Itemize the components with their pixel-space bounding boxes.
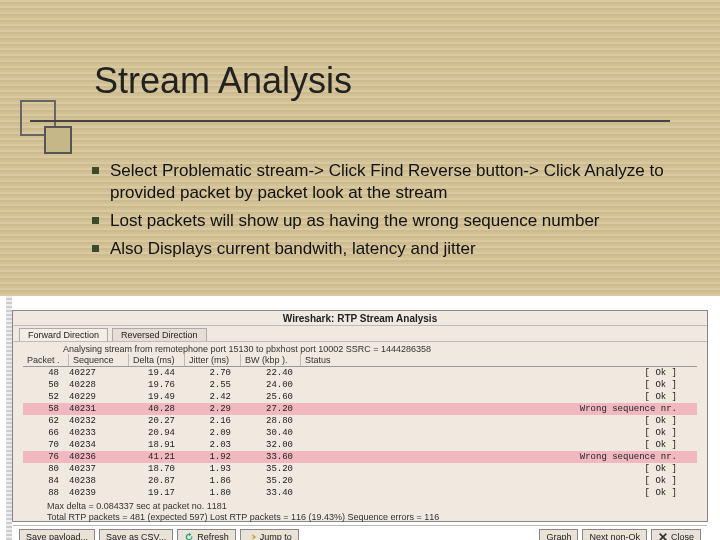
cell-bw: 24.00 bbox=[241, 379, 301, 391]
btn-label: Jump to bbox=[260, 532, 292, 541]
bullet-item: Select Problematic stream-> Click Find R… bbox=[110, 160, 670, 204]
cell-delta: 18.70 bbox=[129, 463, 185, 475]
cell-delta: 20.87 bbox=[129, 475, 185, 487]
table-row[interactable]: 524022919.492.4225.60[ Ok ] bbox=[23, 391, 697, 403]
cell-sequence: 40237 bbox=[69, 463, 129, 475]
table-row[interactable]: 884023919.171.8033.40[ Ok ] bbox=[23, 487, 697, 499]
table-header: Packet . Sequence Delta (ms) Jitter (ms)… bbox=[23, 354, 697, 367]
table-row[interactable]: 664023320.942.0930.40[ Ok ] bbox=[23, 427, 697, 439]
wireshark-window: Wireshark: RTP Stream Analysis Forward D… bbox=[12, 310, 708, 522]
cell-jitter: 1.86 bbox=[185, 475, 241, 487]
table-row[interactable]: 504022819.762.5524.00[ Ok ] bbox=[23, 379, 697, 391]
cell-delta: 19.17 bbox=[129, 487, 185, 499]
cell-delta: 19.76 bbox=[129, 379, 185, 391]
cell-delta: 19.49 bbox=[129, 391, 185, 403]
cell-jitter: 2.03 bbox=[185, 439, 241, 451]
cell-packet: 62 bbox=[23, 415, 69, 427]
cell-jitter: 2.70 bbox=[185, 367, 241, 379]
cell-packet: 52 bbox=[23, 391, 69, 403]
cell-delta: 20.27 bbox=[129, 415, 185, 427]
cell-status: Wrong sequence nr. bbox=[301, 451, 697, 463]
btn-label: Graph bbox=[546, 532, 571, 541]
cell-sequence: 40229 bbox=[69, 391, 129, 403]
cell-delta: 19.44 bbox=[129, 367, 185, 379]
cell-packet: 70 bbox=[23, 439, 69, 451]
cell-packet: 48 bbox=[23, 367, 69, 379]
save-payload-button[interactable]: Save payload... bbox=[19, 529, 95, 541]
cell-status: [ Ok ] bbox=[301, 367, 697, 379]
page-title: Stream Analysis bbox=[94, 60, 352, 102]
cell-bw: 22.40 bbox=[241, 367, 301, 379]
tab-forward-direction[interactable]: Forward Direction bbox=[19, 328, 108, 341]
cell-bw: 32.00 bbox=[241, 439, 301, 451]
table-body: 484022719.442.7022.40[ Ok ]504022819.762… bbox=[23, 367, 697, 499]
cell-delta: 40.28 bbox=[129, 403, 185, 415]
cell-packet: 84 bbox=[23, 475, 69, 487]
refresh-icon bbox=[184, 532, 194, 541]
bullet-item: Lost packets will show up as having the … bbox=[110, 210, 670, 232]
table-row[interactable]: 704023418.912.0332.00[ Ok ] bbox=[23, 439, 697, 451]
cell-packet: 80 bbox=[23, 463, 69, 475]
button-bar: Save payload... Save as CSV... Refresh J… bbox=[13, 525, 707, 541]
col-delta[interactable]: Delta (ms) bbox=[129, 354, 185, 366]
table-row[interactable]: 584023140.282.2927.20Wrong sequence nr. bbox=[23, 403, 697, 415]
jump-icon bbox=[247, 532, 257, 541]
cell-delta: 18.91 bbox=[129, 439, 185, 451]
cell-sequence: 40232 bbox=[69, 415, 129, 427]
cell-packet: 50 bbox=[23, 379, 69, 391]
cell-bw: 30.40 bbox=[241, 427, 301, 439]
cell-status: [ Ok ] bbox=[301, 475, 697, 487]
btn-label: Refresh bbox=[197, 532, 229, 541]
close-button[interactable]: Close bbox=[651, 529, 701, 541]
cell-sequence: 40238 bbox=[69, 475, 129, 487]
summary-line-2: Total RTP packets = 481 (expected 597) L… bbox=[47, 512, 697, 523]
cell-jitter: 1.93 bbox=[185, 463, 241, 475]
cell-delta: 41.21 bbox=[129, 451, 185, 463]
cell-status: Wrong sequence nr. bbox=[301, 403, 697, 415]
jump-to-button[interactable]: Jump to bbox=[240, 529, 299, 541]
cell-sequence: 40239 bbox=[69, 487, 129, 499]
cell-jitter: 1.92 bbox=[185, 451, 241, 463]
table-row[interactable]: 484022719.442.7022.40[ Ok ] bbox=[23, 367, 697, 379]
col-jitter[interactable]: Jitter (ms) bbox=[185, 354, 241, 366]
bullet-list: Select Problematic stream-> Click Find R… bbox=[110, 160, 670, 266]
save-csv-button[interactable]: Save as CSV... bbox=[99, 529, 173, 541]
cell-sequence: 40228 bbox=[69, 379, 129, 391]
cell-sequence: 40227 bbox=[69, 367, 129, 379]
graph-button[interactable]: Graph bbox=[539, 529, 578, 541]
summary-line-1: Max delta = 0.084337 sec at packet no. 1… bbox=[47, 501, 697, 512]
refresh-button[interactable]: Refresh bbox=[177, 529, 236, 541]
next-non-ok-button[interactable]: Next non-Ok bbox=[582, 529, 647, 541]
cell-jitter: 1.80 bbox=[185, 487, 241, 499]
col-sequence[interactable]: Sequence bbox=[69, 354, 129, 366]
title-block: Stream Analysis bbox=[94, 60, 352, 102]
table-row[interactable]: 764023641.211.9233.60Wrong sequence nr. bbox=[23, 451, 697, 463]
slide: Stream Analysis Select Problematic strea… bbox=[0, 0, 720, 540]
cell-sequence: 40236 bbox=[69, 451, 129, 463]
cell-status: [ Ok ] bbox=[301, 379, 697, 391]
tab-reversed-direction[interactable]: Reversed Direction bbox=[112, 328, 207, 341]
packet-table: Packet . Sequence Delta (ms) Jitter (ms)… bbox=[13, 354, 707, 499]
col-packet[interactable]: Packet . bbox=[23, 354, 69, 366]
cell-jitter: 2.29 bbox=[185, 403, 241, 415]
cell-status: [ Ok ] bbox=[301, 487, 697, 499]
bullet-item: Also Displays current bandwith, latency … bbox=[110, 238, 670, 260]
table-row[interactable]: 804023718.701.9335.20[ Ok ] bbox=[23, 463, 697, 475]
cell-bw: 33.40 bbox=[241, 487, 301, 499]
cell-status: [ Ok ] bbox=[301, 463, 697, 475]
table-row[interactable]: 624023220.272.1628.80[ Ok ] bbox=[23, 415, 697, 427]
col-bw[interactable]: BW (kbp ). bbox=[241, 354, 301, 366]
table-row[interactable]: 844023820.871.8635.20[ Ok ] bbox=[23, 475, 697, 487]
cell-jitter: 2.42 bbox=[185, 391, 241, 403]
cell-sequence: 40233 bbox=[69, 427, 129, 439]
btn-label: Save as CSV... bbox=[106, 532, 166, 541]
cell-bw: 28.80 bbox=[241, 415, 301, 427]
col-status[interactable]: Status bbox=[301, 354, 697, 366]
cell-packet: 76 bbox=[23, 451, 69, 463]
cell-status: [ Ok ] bbox=[301, 427, 697, 439]
btn-label: Next non-Ok bbox=[589, 532, 640, 541]
cell-status: [ Ok ] bbox=[301, 415, 697, 427]
tabbar: Forward Direction Reversed Direction bbox=[13, 326, 707, 342]
cell-sequence: 40234 bbox=[69, 439, 129, 451]
title-rule bbox=[30, 120, 670, 122]
